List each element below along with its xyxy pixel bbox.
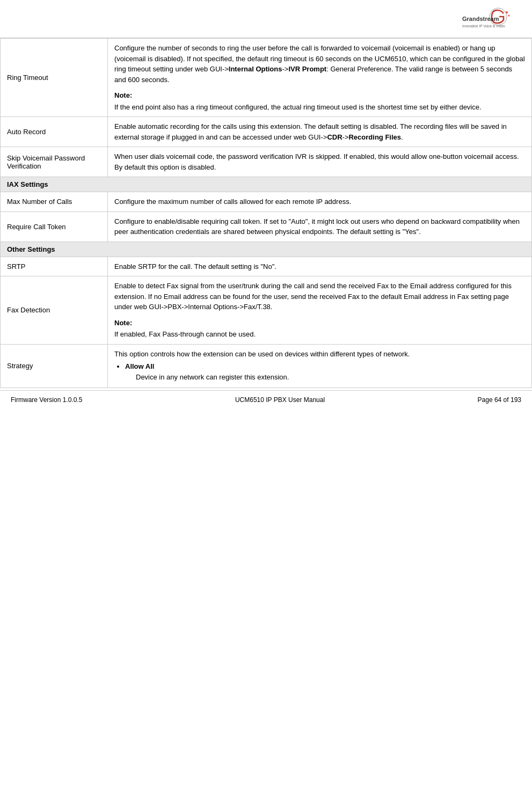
svg-point-1	[506, 11, 508, 13]
page-wrapper: Grandstream Innovative IP Voice & Video …	[0, 0, 532, 409]
footer-manual: UCM6510 IP PBX User Manual	[235, 396, 325, 404]
footer-firmware: Firmware Version 1.0.0.5	[11, 396, 82, 404]
ring-timeout-desc: Configure the number of seconds to ring …	[108, 39, 532, 117]
table-row: Auto Record Enable automatic recording f…	[1, 117, 532, 147]
fax-detection-label: Fax Detection	[1, 276, 108, 345]
strategy-desc: This option controls how the extension c…	[108, 344, 532, 388]
auto-record-desc: Enable automatic recording for the calls…	[108, 117, 532, 147]
list-item: Device in any network can register this …	[136, 372, 525, 383]
svg-point-2	[508, 14, 510, 16]
table-row: Require Call Token Configure to enable/d…	[1, 211, 532, 242]
iax-settings-label: IAX Settings	[1, 177, 532, 192]
grandstream-logo: Grandstream Innovative IP Voice & Video	[460, 7, 519, 34]
svg-text:Innovative IP Voice & Video: Innovative IP Voice & Video	[462, 24, 505, 28]
strategy-label: Strategy	[1, 344, 108, 388]
content-table: Ring Timeout Configure the number of sec…	[0, 38, 532, 388]
table-row: Strategy This option controls how the ex…	[1, 344, 532, 388]
srtp-desc: Enable SRTP for the call. The default se…	[108, 257, 532, 276]
list-item: Allow All Device in any network can regi…	[125, 361, 525, 382]
srtp-label: SRTP	[1, 257, 108, 276]
iax-settings-header: IAX Settings	[1, 177, 532, 192]
page-header: Grandstream Innovative IP Voice & Video	[0, 0, 532, 38]
page-footer: Firmware Version 1.0.0.5 UCM6510 IP PBX …	[0, 390, 532, 409]
fax-detection-desc: Enable to detect Fax signal from the use…	[108, 276, 532, 345]
ring-timeout-label: Ring Timeout	[1, 39, 108, 117]
logo-area: Grandstream Innovative IP Voice & Video	[457, 5, 521, 35]
skip-voicemail-label: Skip Voicemail Password Verification	[1, 147, 108, 177]
table-row: Ring Timeout Configure the number of sec…	[1, 39, 532, 117]
auto-record-label: Auto Record	[1, 117, 108, 147]
skip-voicemail-desc: When user dials voicemail code, the pass…	[108, 147, 532, 177]
require-call-token-desc: Configure to enable/disable requiring ca…	[108, 211, 532, 242]
require-call-token-label: Require Call Token	[1, 211, 108, 242]
other-settings-label: Other Settings	[1, 242, 532, 257]
footer-page: Page 64 of 193	[478, 396, 521, 404]
svg-text:Grandstream: Grandstream	[462, 16, 499, 22]
table-row: Skip Voicemail Password Verification Whe…	[1, 147, 532, 177]
max-calls-label: Max Number of Calls	[1, 192, 108, 212]
max-calls-desc: Configure the maximum number of calls al…	[108, 192, 532, 212]
table-row: Max Number of Calls Configure the maximu…	[1, 192, 532, 212]
table-row: SRTP Enable SRTP for the call. The defau…	[1, 257, 532, 276]
other-settings-header: Other Settings	[1, 242, 532, 257]
table-row: Fax Detection Enable to detect Fax signa…	[1, 276, 532, 345]
